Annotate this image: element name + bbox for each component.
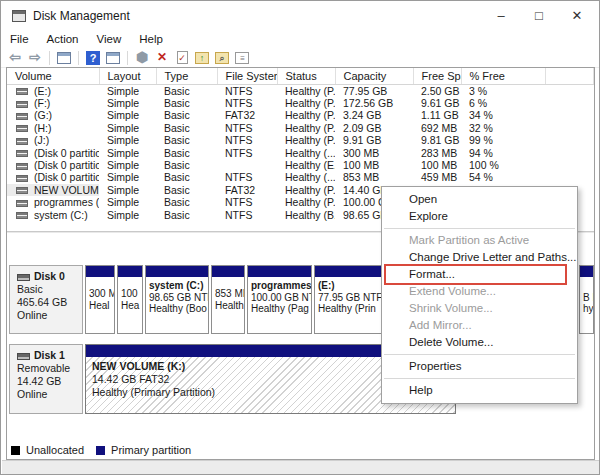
toolbar-separator: [49, 51, 50, 65]
partition-text: system (C:)98.65 GB NTFHealthy (Boo: [146, 277, 208, 315]
partition-line: 100: [121, 288, 139, 300]
status-cell: Healthy (B...: [277, 209, 335, 221]
disk-icon: [17, 353, 30, 360]
fs-cell: NTFS: [217, 97, 277, 109]
context-menu: OpenExploreMark Partition as ActiveChang…: [381, 186, 578, 404]
disk-label-0[interactable]: Disk 0Basic465.64 GBOnline: [9, 265, 83, 334]
menubar-item-file[interactable]: File: [1, 31, 38, 45]
console-window-icon[interactable]: [55, 50, 73, 66]
empty-cell: [545, 159, 594, 171]
free-cell: 9.81 GB: [413, 134, 461, 146]
close-button[interactable]: ✕: [557, 1, 597, 31]
volume-name-cell: (Disk 0 partition 5): [7, 171, 99, 183]
column-header-empty[interactable]: [545, 68, 594, 84]
minimize-button[interactable]: –: [481, 1, 521, 31]
layout-cell: Simple: [99, 209, 156, 221]
context-menu-item-properties[interactable]: Properties: [382, 358, 577, 375]
toolbar: ⇦⇨?⬢✕✓↑⌕≡: [1, 48, 599, 68]
layout-cell: Simple: [99, 184, 156, 196]
partition-box[interactable]: system (C:)98.65 GB NTFHealthy (Boo: [145, 265, 209, 334]
maximize-button[interactable]: □: [519, 1, 559, 31]
table-row[interactable]: (H:)SimpleBasicNTFSHealthy (P...2.09 GB6…: [7, 122, 594, 134]
table-row[interactable]: (G:)SimpleBasicFAT32Healthy (P...3.24 GB…: [7, 109, 594, 121]
column-header-capacity[interactable]: Capacity: [335, 68, 413, 84]
type-cell: Basic: [156, 159, 217, 171]
menubar-item-help[interactable]: Help: [130, 31, 172, 45]
delete-volume-icon[interactable]: ✕: [153, 50, 171, 66]
status-cell: Healthy (E...: [277, 159, 335, 171]
type-cell: Basic: [156, 134, 217, 146]
back-icon[interactable]: ⇦: [6, 50, 24, 66]
primary-partition-bar: [580, 266, 593, 277]
partition-box[interactable]: programmes100.00 GB NTHealthy (Pag: [247, 265, 312, 334]
column-header-free-spa-[interactable]: Free Spa...: [413, 68, 461, 84]
pct-cell: 6 %: [461, 97, 545, 109]
column-header-status[interactable]: Status: [277, 68, 335, 84]
capacity-cell: 9.91 GB: [335, 134, 413, 146]
partition-box[interactable]: 100Hea: [117, 265, 143, 334]
pct-cell: 99 %: [461, 134, 545, 146]
volume-icon: [16, 175, 28, 182]
menu-separator: [384, 354, 575, 355]
partition-line: 98.65 GB NTF: [149, 292, 205, 304]
partition-line: B N: [583, 292, 590, 304]
volume-name-cell: (Disk 0 partition 2): [7, 159, 99, 171]
partition-line: system (C:): [149, 280, 205, 292]
menu-separator: [384, 378, 575, 379]
context-menu-item-delete-volume[interactable]: Delete Volume...: [382, 334, 577, 351]
menubar-item-view[interactable]: View: [88, 31, 131, 45]
forward-icon[interactable]: ⇨: [26, 50, 44, 66]
layout-cell: Simple: [99, 122, 156, 134]
partition-text: programmes100.00 GB NTHealthy (Pag: [248, 277, 311, 315]
properties-list-icon[interactable]: ≡: [233, 50, 251, 66]
pct-cell: 3 %: [461, 84, 545, 97]
column-header-volume[interactable]: Volume: [7, 68, 99, 84]
partition-line: programmes: [251, 280, 308, 292]
partition-text: B Nhy (: [580, 277, 593, 315]
free-cell: 692 MB: [413, 122, 461, 134]
partition-text: 853 MIHealth: [212, 277, 244, 311]
table-row[interactable]: (Disk 0 partition 2)SimpleBasicHealthy (…: [7, 159, 594, 171]
type-cell: Basic: [156, 209, 217, 221]
capacity-cell: 172.56 GB: [335, 97, 413, 109]
pct-cell: 54 %: [461, 171, 545, 183]
context-menu-item-open[interactable]: Open: [382, 191, 577, 208]
partition-text: 100Hea: [118, 277, 142, 311]
column-header-file-system[interactable]: File System: [217, 68, 277, 84]
context-menu-item-help[interactable]: Help: [382, 382, 577, 399]
check-document-icon[interactable]: ✓: [173, 50, 191, 66]
table-row[interactable]: (E:)SimpleBasicNTFSHealthy (P...77.95 GB…: [7, 84, 594, 97]
table-row[interactable]: (J:)SimpleBasicNTFSHealthy (P...9.91 GB9…: [7, 134, 594, 146]
help-icon[interactable]: ?: [84, 50, 102, 66]
type-cell: Basic: [156, 147, 217, 159]
context-menu-item-explore[interactable]: Explore: [382, 208, 577, 225]
partition-line: Heal: [89, 300, 111, 312]
column-header--free[interactable]: % Free: [461, 68, 545, 84]
pointer-tool-icon[interactable]: ⬢: [133, 50, 151, 66]
type-cell: Basic: [156, 171, 217, 183]
disk-management-window: Disk Management – □ ✕ FileActionViewHelp…: [0, 0, 600, 475]
column-header-layout[interactable]: Layout: [99, 68, 156, 84]
show-console-tree-icon[interactable]: [104, 50, 122, 66]
legend-label: Primary partition: [111, 444, 191, 456]
empty-cell: [545, 171, 594, 183]
partition-box[interactable]: 300 MHeal: [85, 265, 115, 334]
status-cell: Healthy (P...: [277, 184, 335, 196]
disk-label-1[interactable]: Disk 1Removable14.42 GBOnline: [9, 344, 83, 414]
titlebar: Disk Management – □ ✕: [1, 1, 599, 31]
partition-line: Healthy (Boo: [149, 303, 205, 315]
folder-search-icon[interactable]: ⌕: [213, 50, 231, 66]
rescan-disks-icon[interactable]: ↑: [193, 50, 211, 66]
table-row[interactable]: (Disk 0 partition 1)SimpleBasicNTFSHealt…: [7, 147, 594, 159]
column-header-type[interactable]: Type: [156, 68, 217, 84]
partition-box[interactable]: 853 MIHealth: [211, 265, 245, 334]
partition-box[interactable]: B Nhy (: [579, 265, 594, 334]
table-row[interactable]: (Disk 0 partition 5)SimpleBasicNTFSHealt…: [7, 171, 594, 183]
table-row[interactable]: (F:)SimpleBasicNTFSHealthy (P...172.56 G…: [7, 97, 594, 109]
capacity-cell: 3.24 GB: [335, 109, 413, 121]
fs-cell: NTFS: [217, 147, 277, 159]
layout-cell: Simple: [99, 171, 156, 183]
partition-line: Healthy (Pag: [251, 303, 308, 315]
disk-size: 14.42 GB: [17, 375, 82, 388]
menubar-item-action[interactable]: Action: [38, 31, 88, 45]
